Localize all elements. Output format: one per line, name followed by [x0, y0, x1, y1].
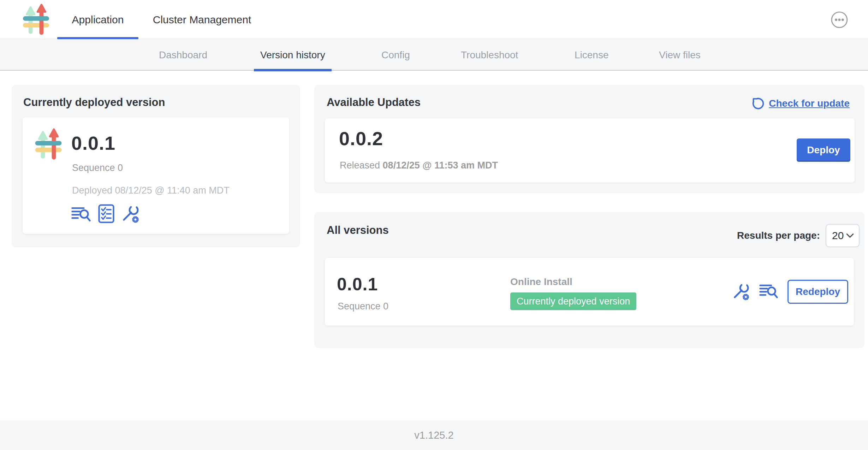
results-per-page-value: 20 [832, 230, 844, 242]
app-logo [34, 125, 63, 164]
version-row: 0.0.1 Sequence 0 Online Install Currentl… [325, 258, 854, 326]
results-per-page-select[interactable]: 20 [826, 224, 860, 247]
available-updates-title: Available Updates [327, 96, 421, 109]
tab-cluster-management-label: Cluster Management [153, 14, 251, 26]
subnav-dashboard-label: Dashboard [159, 49, 207, 61]
results-per-page: Results per page: 20 [737, 224, 860, 247]
all-versions-card: All versions Results per page: 20 0.0.1 … [314, 212, 864, 348]
currently-deployed-card: Currently deployed version 0.0.1 Sequenc… [12, 85, 300, 247]
redeploy-button[interactable]: Redeploy [787, 280, 848, 304]
view-logs-icon[interactable] [759, 284, 778, 300]
app-subnav: Dashboard Version history Config Trouble… [0, 40, 868, 71]
subnav-license-label: License [575, 49, 609, 61]
tab-application-label: Application [72, 14, 124, 26]
refresh-icon [751, 97, 765, 110]
released-date: 08/12/25 @ 11:53 am MDT [383, 160, 498, 171]
active-subnav-indicator [254, 69, 332, 71]
row-version-number: 0.0.1 [337, 274, 378, 295]
subnav-version-history[interactable]: Version history [254, 40, 332, 71]
row-sequence: Sequence 0 [338, 301, 388, 312]
deployed-sequence: Sequence 0 [72, 162, 123, 173]
released-label: Released [340, 160, 380, 171]
app-logo [20, 3, 52, 36]
subnav-view-files[interactable]: View files [659, 40, 701, 71]
edit-config-icon[interactable] [121, 205, 140, 223]
top-nav-bar: Application Cluster Management [0, 0, 868, 39]
subnav-version-history-label: Version history [260, 49, 325, 61]
console-footer: v1.125.2 [0, 420, 868, 450]
check-for-update-link[interactable]: Check for update [751, 97, 850, 110]
subnav-license[interactable]: License [575, 40, 609, 71]
subnav-config[interactable]: Config [381, 40, 410, 71]
results-per-page-label: Results per page: [737, 230, 820, 241]
available-updates-card: Available Updates Check for update 0.0.2… [314, 85, 864, 193]
check-for-update-label: Check for update [769, 98, 850, 109]
deployed-version-panel: 0.0.1 Sequence 0 Deployed 08/12/25 @ 11:… [23, 117, 289, 234]
edit-config-icon[interactable] [732, 283, 750, 301]
deployed-version-actions [71, 204, 140, 223]
currently-deployed-badge: Currently deployed version [510, 292, 636, 310]
update-released-timestamp: Released 08/12/25 @ 11:53 am MDT [340, 160, 498, 171]
deployed-version-number: 0.0.1 [71, 132, 115, 154]
all-versions-title: All versions [327, 224, 389, 237]
ellipsis-icon [831, 11, 848, 29]
tab-application[interactable]: Application [57, 0, 138, 39]
deploy-button[interactable]: Deploy [797, 138, 850, 162]
subnav-config-label: Config [381, 49, 410, 61]
active-tab-indicator [57, 37, 138, 39]
chevron-down-icon [846, 233, 854, 238]
subnav-troubleshoot[interactable]: Troubleshoot [461, 40, 518, 71]
currently-deployed-title: Currently deployed version [23, 96, 165, 109]
overflow-menu-button[interactable] [831, 11, 848, 29]
preflight-checks-icon[interactable] [98, 204, 114, 223]
subnav-view-files-label: View files [659, 49, 701, 61]
main-content: Currently deployed version 0.0.1 Sequenc… [0, 71, 868, 420]
view-logs-icon[interactable] [71, 206, 91, 223]
row-install-type: Online Install [510, 276, 572, 288]
tab-cluster-management[interactable]: Cluster Management [149, 0, 255, 39]
update-row: 0.0.2 Released 08/12/25 @ 11:53 am MDT D… [325, 118, 855, 183]
console-version: v1.125.2 [414, 430, 453, 441]
subnav-troubleshoot-label: Troubleshoot [461, 49, 518, 61]
subnav-dashboard[interactable]: Dashboard [159, 40, 207, 71]
update-version-number: 0.0.2 [339, 128, 383, 149]
deployed-timestamp: Deployed 08/12/25 @ 11:40 am MDT [72, 185, 230, 196]
row-actions: Redeploy [732, 258, 848, 326]
